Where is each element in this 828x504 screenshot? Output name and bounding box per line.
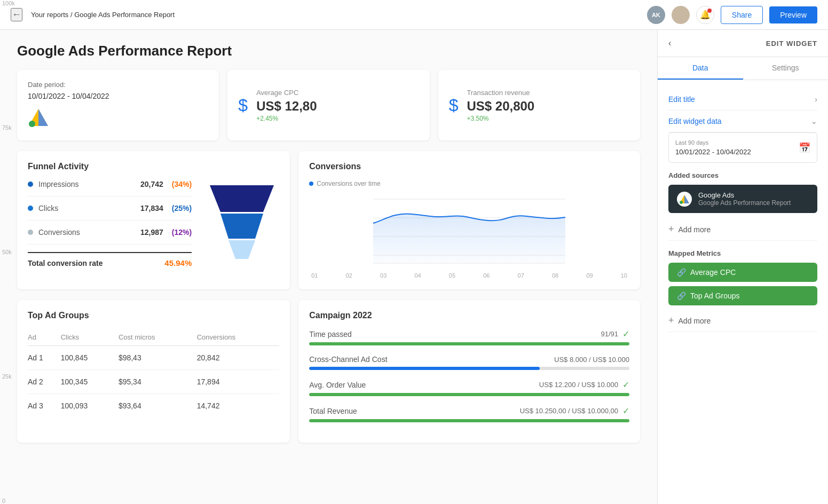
- col-conversions: Conversions: [197, 329, 280, 346]
- clicks-dot: [28, 206, 33, 211]
- tab-settings[interactable]: Settings: [743, 57, 829, 80]
- topbar: ← Your reports / Google Ads Performance …: [0, 0, 828, 30]
- edit-widget-data-link[interactable]: Edit widget data ⌄: [668, 111, 817, 132]
- campaign-value: US$ 10.250,00 / US$ 10.000,00✓: [520, 406, 629, 416]
- top-ad-groups-card: Top Ad Groups Ad Clicks Cost micros Conv…: [17, 300, 290, 443]
- cell-clicks: 100,845: [61, 346, 119, 370]
- svg-point-13: [680, 201, 683, 204]
- chart-y-labels: 100k 75k 50k 25k 0: [0, 30, 17, 504]
- notification-button[interactable]: 🔔: [696, 6, 714, 24]
- progress-bar-fill: [309, 367, 540, 370]
- metric-pill-2[interactable]: 🔗 Top Ad Groups: [668, 286, 817, 305]
- add-more-button-1[interactable]: + Add more: [668, 218, 817, 241]
- svg-marker-12: [684, 195, 689, 203]
- impressions-label: Impressions: [38, 180, 135, 188]
- conversions-chart-svg: [309, 194, 629, 269]
- transaction-revenue-content: Transaction revenue US$ 20,800 +3.50%: [467, 89, 534, 122]
- share-button[interactable]: Share: [721, 6, 763, 24]
- right-panel: ‹ EDIT WIDGET Data Settings Edit title ›…: [657, 30, 828, 504]
- tab-data[interactable]: Data: [658, 57, 743, 80]
- chart-subtitle: Conversions over time: [309, 180, 629, 187]
- main-layout: Google Ads Performance Report Date perio…: [0, 30, 828, 504]
- revenue-icon: $: [449, 96, 459, 115]
- cell-clicks: 100,345: [61, 370, 119, 394]
- ad-campaign-row: Top Ad Groups Ad Clicks Cost micros Conv…: [17, 300, 640, 443]
- report-area: Google Ads Performance Report Date perio…: [0, 30, 657, 504]
- conversions-pct: (12%): [172, 228, 192, 237]
- report-title: Google Ads Performance Report: [17, 43, 640, 59]
- check-icon: ✓: [622, 406, 629, 416]
- transaction-revenue-change: +3.50%: [467, 115, 534, 122]
- cell-cost: $95,34: [119, 370, 197, 394]
- funnel-metrics: Impressions 20,742 (34%) Clicks 17,834 (…: [28, 180, 192, 267]
- check-icon: ✓: [622, 329, 629, 339]
- cell-ad: Ad 2: [28, 370, 61, 394]
- date-picker-content: Last 90 days 10/01/2022 - 10/04/2022: [675, 139, 751, 156]
- preview-button[interactable]: Preview: [769, 6, 817, 23]
- panel-title: EDIT WIDGET: [766, 40, 817, 48]
- panel-header: ‹ EDIT WIDGET: [658, 30, 828, 57]
- conversions-value: 12,987: [140, 228, 163, 237]
- date-period-label: Date period:: [28, 81, 208, 89]
- campaign-row: Avg. Order ValueUS$ 12.200 / US$ 10.000✓: [309, 380, 629, 390]
- source-name: Google Ads: [698, 191, 791, 199]
- edit-title-link[interactable]: Edit title ›: [668, 89, 817, 111]
- table-header-row: Ad Clicks Cost micros Conversions: [28, 329, 279, 346]
- metric-pill-1[interactable]: 🔗 Average CPC: [668, 263, 817, 282]
- chart-wrapper: 100k 75k 50k 25k 0: [309, 194, 629, 279]
- transaction-revenue-value: US$ 20,800: [467, 99, 534, 114]
- funnel-content: Impressions 20,742 (34%) Clicks 17,834 (…: [28, 180, 279, 267]
- chart-dot: [309, 182, 313, 186]
- cell-conversions: 17,894: [197, 370, 280, 394]
- top-cards: Date period: 10/01/2022 - 10/04/2022 $ A…: [17, 70, 640, 140]
- ad-table-body: Ad 1100,845$98,4320,842Ad 2100,345$95,34…: [28, 346, 279, 418]
- transaction-revenue-card: $ Transaction revenue US$ 20,800 +3.50%: [438, 70, 640, 140]
- transaction-revenue-label: Transaction revenue: [467, 89, 534, 97]
- funnel-conversions: Conversions 12,987 (12%): [28, 228, 192, 245]
- panel-back-button[interactable]: ‹: [668, 38, 671, 48]
- campaign-value: US$ 12.200 / US$ 10.000✓: [539, 380, 629, 390]
- notification-dot: [707, 9, 712, 13]
- conversions-dot: [28, 230, 33, 235]
- funnel-clicks: Clicks 17,834 (25%): [28, 204, 192, 220]
- campaign-items: Time passed91/91✓Cross-Channel Ad CostUS…: [309, 329, 629, 422]
- mapped-metrics-label: Mapped Metrics: [668, 249, 817, 257]
- avg-cpc-label: Average CPC: [256, 89, 317, 97]
- avatar-ak: AK: [647, 6, 665, 24]
- breadcrumb: Your reports / Google Ads Performance Re…: [31, 11, 175, 19]
- clicks-pct: (25%): [172, 204, 192, 212]
- ad-table: Ad Clicks Cost micros Conversions Ad 110…: [28, 329, 279, 418]
- topbar-right: AK 🔔 Share Preview: [647, 6, 817, 24]
- date-period-value: 10/01/2022 - 10/04/2022: [28, 92, 208, 100]
- svg-marker-3: [210, 185, 274, 212]
- source-report: Google Ads Performance Report: [698, 199, 791, 207]
- avg-cpc-value: US$ 12,80: [256, 99, 317, 114]
- campaign-label: Cross-Channel Ad Cost: [309, 355, 387, 364]
- progress-bar-fill: [309, 419, 629, 422]
- cell-ad: Ad 1: [28, 346, 61, 370]
- date-range-label: Last 90 days: [675, 139, 751, 146]
- date-picker-box[interactable]: Last 90 days 10/01/2022 - 10/04/2022 📅: [668, 132, 817, 163]
- plus-icon-1: +: [668, 224, 674, 235]
- campaign-item: Total RevenueUS$ 10.250,00 / US$ 10.000,…: [309, 406, 629, 422]
- avatar-user: [672, 6, 690, 24]
- svg-point-2: [29, 121, 35, 127]
- progress-bar-fill: [309, 393, 629, 396]
- avg-cpc-card: $ Average CPC US$ 12,80 +2.45%: [227, 70, 429, 140]
- col-ad: Ad: [28, 329, 61, 346]
- cell-conversions: 20,842: [197, 346, 280, 370]
- add-more-button-2[interactable]: + Add more: [668, 310, 817, 332]
- campaign-value: 91/91✓: [601, 329, 629, 339]
- total-label: Total conversion rate: [28, 259, 103, 267]
- funnel-title: Funnel Activity: [28, 162, 279, 171]
- edit-widget-data-arrow: ⌄: [811, 117, 817, 125]
- cell-ad: Ad 3: [28, 394, 61, 418]
- clicks-label: Clicks: [38, 204, 135, 212]
- progress-bar-bg: [309, 393, 629, 396]
- chart-area: 01 02 03 04 05 06 07 08 09 10: [309, 194, 629, 279]
- total-conversion-row: Total conversion rate 45.94%: [28, 252, 192, 267]
- panel-body: Edit title › Edit widget data ⌄ Last 90 …: [658, 80, 828, 504]
- source-card: Google Ads Google Ads Performance Report: [668, 185, 817, 213]
- campaign-value: US$ 8.000 / US$ 10.000: [554, 356, 629, 364]
- date-card: Date period: 10/01/2022 - 10/04/2022: [17, 70, 219, 140]
